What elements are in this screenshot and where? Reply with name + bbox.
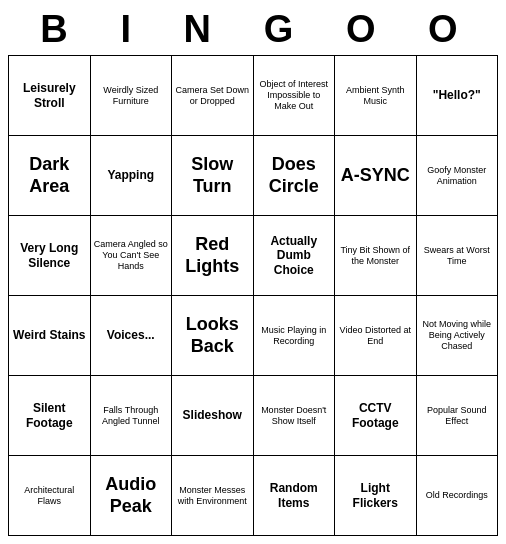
bingo-cell-35[interactable]: Old Recordings (417, 456, 499, 536)
bingo-cell-26[interactable]: Slideshow (172, 376, 254, 456)
bingo-cell-24[interactable]: Silent Footage (9, 376, 91, 456)
bingo-cell-2[interactable]: Camera Set Down or Dropped (172, 56, 254, 136)
bingo-cell-4[interactable]: Ambient Synth Music (335, 56, 417, 136)
bingo-cell-13[interactable]: Camera Angled so You Can't See Hands (91, 216, 173, 296)
bingo-cell-30[interactable]: Architectural Flaws (9, 456, 91, 536)
bingo-cell-28[interactable]: CCTV Footage (335, 376, 417, 456)
title-n: N (184, 8, 219, 51)
bingo-cell-5[interactable]: "Hello?" (417, 56, 499, 136)
bingo-cell-18[interactable]: Weird Stains (9, 296, 91, 376)
bingo-cell-0[interactable]: Leisurely Stroll (9, 56, 91, 136)
title-o2: O (428, 8, 466, 51)
bingo-cell-15[interactable]: Actually Dumb Choice (254, 216, 336, 296)
bingo-cell-6[interactable]: Dark Area (9, 136, 91, 216)
title-g: G (264, 8, 302, 51)
bingo-cell-14[interactable]: Red Lights (172, 216, 254, 296)
bingo-cell-1[interactable]: Weirdly Sized Furniture (91, 56, 173, 136)
bingo-cell-7[interactable]: Yapping (91, 136, 173, 216)
title-b: B (40, 8, 75, 51)
bingo-cell-22[interactable]: Video Distorted at End (335, 296, 417, 376)
bingo-cell-11[interactable]: Goofy Monster Animation (417, 136, 499, 216)
bingo-cell-8[interactable]: Slow Turn (172, 136, 254, 216)
title-i: I (120, 8, 139, 51)
bingo-cell-31[interactable]: Audio Peak (91, 456, 173, 536)
bingo-cell-3[interactable]: Object of Interest Impossible to Make Ou… (254, 56, 336, 136)
bingo-cell-9[interactable]: Does Circle (254, 136, 336, 216)
bingo-cell-23[interactable]: Not Moving while Being Actively Chased (417, 296, 499, 376)
bingo-cell-32[interactable]: Monster Messes with Environment (172, 456, 254, 536)
bingo-grid: Leisurely StrollWeirdly Sized FurnitureC… (8, 55, 498, 536)
bingo-cell-20[interactable]: Looks Back (172, 296, 254, 376)
bingo-cell-21[interactable]: Music Playing in Recording (254, 296, 336, 376)
bingo-cell-16[interactable]: Tiny Bit Shown of the Monster (335, 216, 417, 296)
bingo-cell-17[interactable]: Swears at Worst Time (417, 216, 499, 296)
bingo-cell-29[interactable]: Popular Sound Effect (417, 376, 499, 456)
title-o1: O (346, 8, 384, 51)
bingo-cell-27[interactable]: Monster Doesn't Show Itself (254, 376, 336, 456)
bingo-cell-34[interactable]: Light Flickers (335, 456, 417, 536)
bingo-cell-10[interactable]: A-SYNC (335, 136, 417, 216)
bingo-cell-19[interactable]: Voices... (91, 296, 173, 376)
bingo-cell-33[interactable]: Random Items (254, 456, 336, 536)
bingo-title: B I N G O O (8, 8, 498, 51)
bingo-cell-12[interactable]: Very Long Silence (9, 216, 91, 296)
bingo-cell-25[interactable]: Falls Through Angled Tunnel (91, 376, 173, 456)
